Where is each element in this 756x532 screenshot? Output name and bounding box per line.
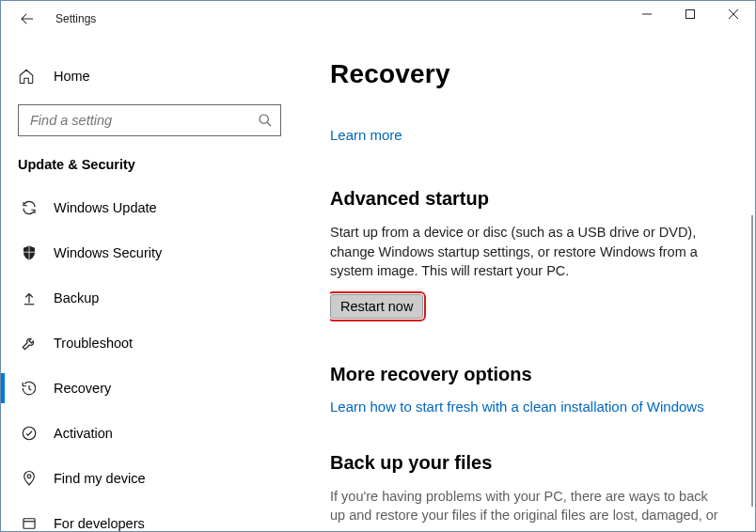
nav-windows-security[interactable]: Windows Security — [18, 230, 291, 275]
scrollbar[interactable] — [751, 215, 753, 507]
advanced-startup-heading: Advanced startup — [330, 188, 736, 210]
location-icon — [18, 470, 40, 487]
developers-icon — [18, 515, 40, 532]
wrench-icon — [18, 335, 40, 352]
search-input[interactable] — [28, 112, 258, 129]
content-pane: Recovery Learn more Advanced startup Sta… — [302, 37, 755, 531]
advanced-startup-body: Start up from a device or disc (such as … — [330, 223, 725, 281]
svg-point-1 — [260, 115, 268, 123]
backup-files-body: If you're having problems with your PC, … — [330, 487, 725, 525]
maximize-icon — [685, 9, 695, 19]
nav-label: For developers — [54, 516, 145, 531]
maximize-button[interactable] — [669, 1, 712, 27]
nav-find-my-device[interactable]: Find my device — [18, 456, 291, 501]
close-button[interactable] — [712, 1, 755, 27]
nav-label: Find my device — [54, 471, 146, 486]
back-button[interactable] — [16, 8, 39, 30]
backup-icon — [18, 289, 40, 306]
nav-label: Troubleshoot — [54, 336, 133, 351]
nav-label: Backup — [54, 290, 99, 305]
learn-more-link[interactable]: Learn more — [330, 127, 736, 143]
nav-label: Recovery — [54, 381, 111, 396]
minimize-icon — [642, 9, 652, 19]
back-arrow-icon — [19, 10, 36, 27]
nav-list: Windows Update Windows Security Backup T… — [18, 185, 291, 532]
history-icon — [18, 380, 40, 397]
more-recovery-heading: More recovery options — [330, 364, 736, 385]
sidebar: Home Update & Security Windows Update Wi… — [1, 37, 302, 531]
nav-label: Windows Update — [54, 200, 157, 215]
svg-rect-0 — [686, 10, 695, 19]
nav-for-developers[interactable]: For developers — [18, 501, 291, 532]
nav-label: Windows Security — [54, 245, 162, 260]
window-title: Settings — [55, 12, 96, 25]
home-button[interactable]: Home — [18, 57, 291, 95]
nav-recovery[interactable]: Recovery — [18, 366, 291, 411]
shield-icon — [18, 244, 40, 261]
home-label: Home — [54, 69, 90, 84]
nav-activation[interactable]: Activation — [18, 411, 291, 456]
window-controls — [625, 1, 755, 27]
category-heading: Update & Security — [18, 157, 291, 172]
svg-point-2 — [23, 427, 36, 440]
page-title: Recovery — [330, 59, 736, 89]
svg-rect-4 — [24, 519, 35, 529]
sync-icon — [18, 199, 40, 216]
search-icon — [258, 113, 273, 128]
close-icon — [729, 9, 738, 19]
backup-files-heading: Back up your files — [330, 452, 736, 474]
minimize-button[interactable] — [625, 1, 669, 27]
nav-backup[interactable]: Backup — [18, 275, 291, 321]
nav-label: Activation — [54, 426, 113, 441]
nav-windows-update[interactable]: Windows Update — [18, 185, 291, 230]
nav-troubleshoot[interactable]: Troubleshoot — [18, 321, 291, 366]
restart-now-button[interactable]: Restart now — [330, 294, 423, 319]
home-icon — [18, 68, 40, 85]
start-fresh-link[interactable]: Learn how to start fresh with a clean in… — [330, 399, 736, 415]
titlebar: Settings — [1, 1, 755, 37]
svg-point-3 — [27, 475, 31, 478]
check-circle-icon — [18, 425, 40, 442]
search-box[interactable] — [18, 104, 281, 136]
